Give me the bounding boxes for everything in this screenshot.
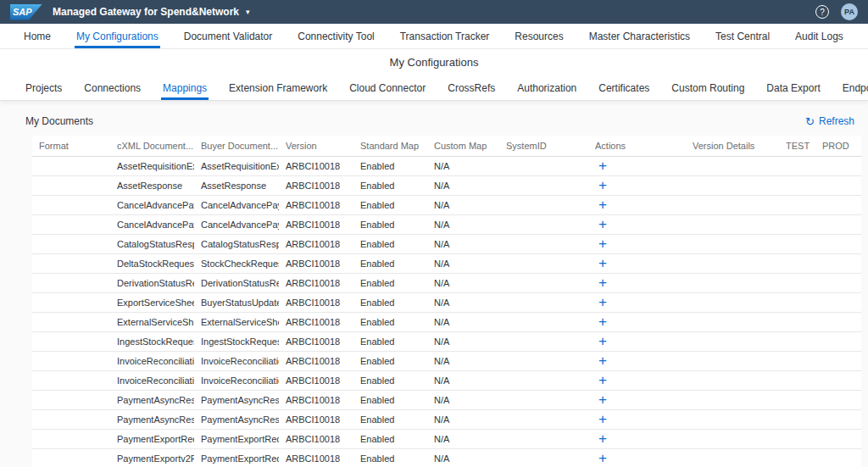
cell-version: ARBCI10018 — [279, 430, 353, 449]
table-row: IngestStockRequestIngestStockRequestARBC… — [32, 332, 861, 352]
cell-standard_map: Enabled — [353, 235, 427, 254]
cell-custom_map: N/A — [427, 391, 499, 410]
cell-format — [32, 274, 110, 293]
cell-version: ARBCI10018 — [279, 157, 353, 176]
cell-cxml: ExportServiceSheetR — [110, 293, 194, 313]
add-mapping-button[interactable]: + — [595, 375, 607, 386]
add-mapping-button[interactable]: + — [595, 297, 607, 309]
column-header-test: TEST — [779, 136, 815, 157]
cell-actions: + — [588, 352, 686, 371]
cell-system_id — [499, 352, 588, 371]
add-mapping-button[interactable]: + — [595, 336, 607, 347]
nav-item-transaction-tracker[interactable]: Transaction Tracker — [387, 24, 503, 48]
nav-item-my-configurations[interactable]: My Configurations — [64, 24, 171, 48]
cell-format — [32, 176, 110, 196]
cell-prod — [815, 449, 861, 467]
table-row: DeltaStockRequestStockCheckRequestARBCI1… — [32, 254, 861, 274]
cell-prod — [815, 196, 861, 215]
add-mapping-button[interactable]: + — [595, 453, 607, 464]
cell-system_id — [499, 313, 588, 332]
table-row: CancelAdvancePaymCancelAdvancePaymARBCI1… — [32, 196, 861, 215]
cell-version: ARBCI10018 — [279, 254, 353, 274]
tab-mappings[interactable]: Mappings — [152, 75, 218, 100]
refresh-label: Refresh — [819, 115, 854, 127]
nav-item-audit-logs[interactable]: Audit Logs — [782, 24, 856, 48]
cell-cxml: DeltaStockRequest — [110, 254, 194, 274]
nav-item-home[interactable]: Home — [11, 24, 64, 48]
cell-actions: + — [588, 293, 686, 313]
cell-standard_map: Enabled — [353, 410, 427, 430]
tab-data-export[interactable]: Data Export — [755, 75, 831, 100]
avatar[interactable]: PA — [841, 3, 858, 20]
tab-endpoints[interactable]: Endpoints — [832, 75, 868, 100]
cell-version_details — [686, 235, 779, 254]
cell-actions: + — [588, 235, 686, 254]
cell-prod — [815, 235, 861, 254]
add-mapping-button[interactable]: + — [595, 277, 607, 289]
add-mapping-button[interactable]: + — [595, 238, 607, 250]
cell-version: ARBCI10018 — [279, 293, 353, 313]
nav-item-test-central[interactable]: Test Central — [703, 24, 782, 48]
refresh-icon: ↻ — [805, 116, 815, 127]
tab-authorization[interactable]: Authorization — [506, 75, 587, 100]
cell-test — [779, 235, 815, 254]
cell-custom_map: N/A — [427, 254, 499, 274]
nav-item-document-validator[interactable]: Document Validator — [171, 24, 286, 48]
cell-custom_map: N/A — [427, 176, 499, 196]
cell-format — [32, 352, 110, 371]
cell-version_details — [686, 215, 779, 235]
tab-certificates[interactable]: Certificates — [587, 75, 660, 100]
add-mapping-button[interactable]: + — [595, 199, 607, 211]
refresh-button[interactable]: ↻ Refresh — [805, 115, 854, 127]
cell-standard_map: Enabled — [353, 274, 427, 293]
add-mapping-button[interactable]: + — [595, 414, 607, 425]
table-row: PaymentExportv2RePaymentExportRequARBCI1… — [32, 449, 861, 467]
documents-table: FormatcXML Document...Buyer Document...V… — [32, 136, 861, 467]
nav-item-master-characteristics[interactable]: Master Characteristics — [576, 24, 703, 48]
nav-item-resources[interactable]: Resources — [502, 24, 576, 48]
help-icon[interactable]: ? — [815, 5, 829, 19]
cell-test — [779, 215, 815, 235]
cell-standard_map: Enabled — [353, 352, 427, 371]
chevron-down-icon[interactable]: ▾ — [246, 8, 250, 16]
cell-version: ARBCI10018 — [279, 352, 353, 371]
add-mapping-button[interactable]: + — [595, 180, 607, 192]
cell-format — [32, 430, 110, 449]
add-mapping-button[interactable]: + — [595, 219, 607, 231]
cell-version_details — [686, 391, 779, 410]
cell-buyer: BuyerStatusUpdateR — [194, 293, 279, 313]
cell-cxml: ExternalServiceShee — [110, 313, 194, 332]
cell-version: ARBCI10018 — [279, 176, 353, 196]
cell-standard_map: Enabled — [353, 371, 427, 391]
tab-extension-framework[interactable]: Extension Framework — [218, 75, 338, 100]
cell-version_details — [686, 176, 779, 196]
add-mapping-button[interactable]: + — [595, 433, 607, 445]
tab-cloud-connector[interactable]: Cloud Connector — [338, 75, 437, 100]
cell-actions: + — [588, 391, 686, 410]
cell-cxml: CancelAdvancePaym — [110, 196, 194, 215]
add-mapping-button[interactable]: + — [595, 160, 607, 172]
cell-standard_map: Enabled — [353, 215, 427, 235]
cell-format — [32, 215, 110, 235]
column-header-system_id: SystemID — [499, 136, 588, 157]
cell-system_id — [499, 371, 588, 391]
add-mapping-button[interactable]: + — [595, 355, 607, 367]
cell-test — [779, 176, 815, 196]
add-mapping-button[interactable]: + — [595, 258, 607, 270]
tab-custom-routing[interactable]: Custom Routing — [660, 75, 755, 100]
cell-test — [779, 254, 815, 274]
tab-crossrefs[interactable]: CrossRefs — [437, 75, 506, 100]
cell-standard_map: Enabled — [353, 293, 427, 313]
nav-item-connectivity-tool[interactable]: Connectivity Tool — [285, 24, 387, 48]
tab-connections[interactable]: Connections — [73, 75, 152, 100]
add-mapping-button[interactable]: + — [595, 316, 607, 328]
add-mapping-button[interactable]: + — [595, 394, 607, 406]
cell-test — [779, 274, 815, 293]
cell-actions: + — [588, 196, 686, 215]
product-title[interactable]: Managed Gateway for Spend&Network — [53, 6, 239, 18]
cell-buyer: IngestStockRequest — [194, 332, 279, 352]
cell-prod — [815, 391, 861, 410]
tab-projects[interactable]: Projects — [14, 75, 73, 100]
cell-version_details — [686, 352, 779, 371]
cell-actions: + — [588, 371, 686, 391]
